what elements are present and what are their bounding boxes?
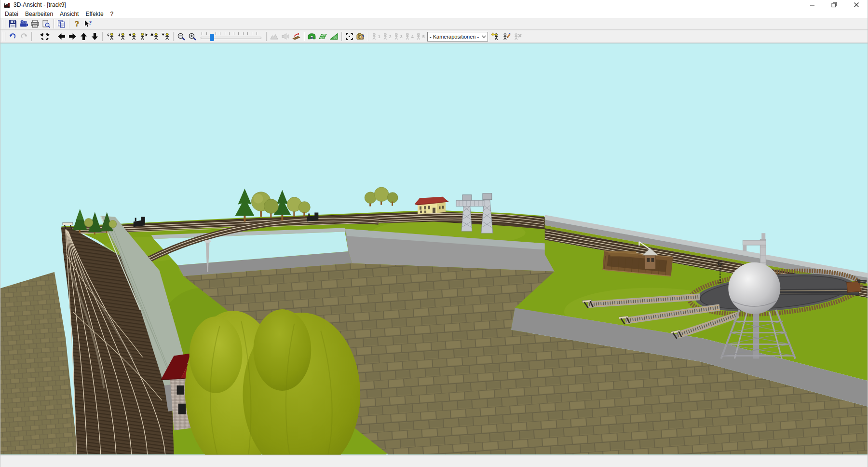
slope-surface-button[interactable] <box>328 31 339 41</box>
camera-preset-2-icon: 2 <box>382 32 392 41</box>
toolbar-grip[interactable] <box>2 20 5 28</box>
context-help-icon: ? <box>84 20 92 28</box>
svg-text:1: 1 <box>378 34 380 39</box>
standard-toolbar: ? ? <box>0 18 868 30</box>
video-camera-icon <box>20 20 28 28</box>
copy-button[interactable] <box>56 19 67 29</box>
camera-preset-5-icon: 5 <box>416 32 425 41</box>
minimize-button[interactable] <box>801 0 823 10</box>
observer-step-left-button[interactable] <box>127 31 138 41</box>
zoom-slider[interactable] <box>201 32 261 41</box>
copy-icon <box>57 20 66 28</box>
gradient-button[interactable] <box>291 31 302 41</box>
camera-preset-1-button[interactable]: 1 <box>370 31 381 41</box>
svg-text:?: ? <box>75 20 79 28</box>
zoom-in-icon <box>188 32 197 41</box>
context-help-button[interactable]: ? <box>82 19 94 29</box>
window-title: 3D-Ansicht - [track9] <box>14 1 66 8</box>
large-bushes <box>185 309 361 455</box>
menu-bearbeiten[interactable]: Bearbeiten <box>22 10 56 18</box>
move-down-button[interactable] <box>89 31 100 41</box>
title-bar: 3D-Ansicht - [track9] <box>0 0 868 10</box>
menu-effekte[interactable]: Effekte <box>82 10 107 18</box>
toolbar-grip[interactable] <box>2 32 5 41</box>
print-button[interactable] <box>29 19 41 29</box>
camera-preset-3-button[interactable]: 3 <box>393 31 404 41</box>
sound-icon <box>281 32 289 41</box>
observer-rotate-left-button[interactable] <box>105 31 116 41</box>
camera-preset-5-button[interactable]: 5 <box>415 31 426 41</box>
arrow-right-icon <box>68 32 77 41</box>
move-right-button[interactable] <box>67 31 78 41</box>
toolbar-separator <box>368 32 368 41</box>
train-icon <box>3 1 11 9</box>
toolbar-separator <box>31 32 32 41</box>
record-video-button[interactable] <box>18 19 29 29</box>
delete-camera-position-button[interactable] <box>512 31 523 41</box>
camera-positions-value: - Kamerapositionen - <box>428 34 480 40</box>
viewport-edge <box>0 454 868 455</box>
camera-preset-4-button[interactable]: 4 <box>404 31 415 41</box>
print-preview-button[interactable] <box>41 19 52 29</box>
move-up-button[interactable] <box>78 31 89 41</box>
rotate-left-button[interactable] <box>34 31 45 41</box>
toolbar-separator <box>54 19 54 28</box>
mesh-surface-button[interactable] <box>317 31 328 41</box>
toolbar-separator <box>304 32 304 41</box>
toolbar-separator <box>173 32 174 41</box>
restore-button[interactable] <box>823 0 845 10</box>
zoom-in-button[interactable] <box>187 31 198 41</box>
observer-raise-icon <box>150 32 159 41</box>
snapshot-camera-button[interactable]: ? <box>355 31 366 41</box>
gradient-icon <box>292 32 300 41</box>
new-camera-position-button[interactable] <box>489 31 501 41</box>
observer-step-left-icon <box>128 32 137 41</box>
tunnel-button[interactable] <box>306 31 317 41</box>
observer-rotate-left-icon <box>106 32 115 41</box>
3d-scene <box>0 43 868 455</box>
camera-preset-1-icon: 1 <box>371 32 380 41</box>
snapshot-camera-icon: ? <box>356 32 365 41</box>
rotate-right-button[interactable] <box>45 31 56 41</box>
delete-camera-position-icon <box>513 32 522 41</box>
mesh-surface-icon <box>319 32 327 41</box>
save-button[interactable] <box>7 19 18 29</box>
3d-viewport[interactable] <box>0 43 868 455</box>
observer-step-right-button[interactable] <box>138 31 149 41</box>
redo-button[interactable] <box>18 31 29 41</box>
fit-view-button[interactable] <box>344 31 355 41</box>
minimize-icon <box>810 2 815 8</box>
move-left-button[interactable] <box>56 31 67 41</box>
rotate-right-icon <box>46 32 54 41</box>
camera-preset-2-button[interactable]: 2 <box>381 31 393 41</box>
slope-surface-icon <box>330 32 338 41</box>
observer-rotate-right-icon <box>117 32 126 41</box>
menu-ansicht[interactable]: Ansicht <box>56 10 82 18</box>
svg-text:?: ? <box>89 20 92 26</box>
rotate-left-icon <box>35 32 43 41</box>
observer-raise-button[interactable] <box>149 31 160 41</box>
observer-rotate-right-button[interactable] <box>116 31 127 41</box>
edit-camera-position-icon <box>502 32 511 41</box>
svg-text:3: 3 <box>400 34 403 39</box>
view-toolbar: ? 1 2 3 <box>0 30 868 43</box>
svg-text:5: 5 <box>422 34 425 39</box>
zoom-out-button[interactable] <box>176 31 187 41</box>
close-button[interactable] <box>845 0 868 10</box>
save-icon <box>9 20 17 28</box>
menu-hilfe[interactable]: ? <box>107 10 117 18</box>
help-button[interactable]: ? <box>71 19 82 29</box>
print-preview-icon <box>42 20 50 28</box>
camera-positions-dropdown[interactable]: - Kamerapositionen - <box>427 32 488 41</box>
observer-lower-button[interactable] <box>160 31 171 41</box>
station-building <box>415 197 448 214</box>
chevron-down-icon[interactable] <box>480 32 488 41</box>
slider-thumb[interactable] <box>210 34 214 41</box>
menu-datei[interactable]: Datei <box>1 10 22 18</box>
edit-camera-position-button[interactable] <box>501 31 512 41</box>
arrow-down-icon <box>91 32 99 41</box>
close-icon <box>854 2 859 8</box>
undo-button[interactable] <box>7 31 18 41</box>
sound-button[interactable] <box>280 31 291 41</box>
terrain-button[interactable] <box>269 31 280 41</box>
